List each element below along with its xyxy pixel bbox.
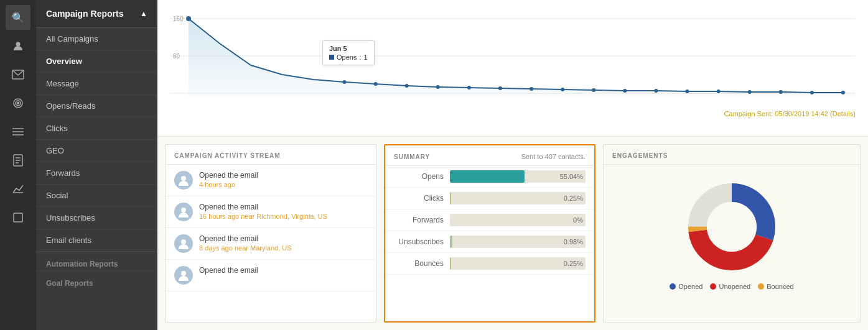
svg-point-38 xyxy=(181,176,186,181)
legend-bounced: Bounced xyxy=(758,283,793,290)
doc-icon-btn[interactable] xyxy=(6,148,30,173)
sidebar-item-forwards[interactable]: Forwards xyxy=(36,162,157,185)
svg-point-32 xyxy=(686,89,689,93)
contacts-icon-btn[interactable] xyxy=(6,34,30,58)
legend-label-opened: Opened xyxy=(678,283,702,290)
svg-point-0 xyxy=(16,42,21,47)
sidebar-section-goal[interactable]: Goal Reports xyxy=(36,271,157,290)
line-chart: 160 80 xyxy=(170,6,856,109)
list-icon-btn[interactable] xyxy=(6,119,30,144)
sidebar-item-unsubscribes[interactable]: Unsubscribes xyxy=(36,207,157,229)
legend-unopened: Unopened xyxy=(710,283,750,290)
sidebar-header[interactable]: Campaign Reports ▲ xyxy=(36,0,157,28)
svg-point-36 xyxy=(810,91,814,94)
svg-point-26 xyxy=(498,86,502,90)
sidebar-title: Campaign Reports xyxy=(46,9,123,19)
bar-fill-clicks xyxy=(450,192,451,204)
summary-sent: Sent to 407 contacts. xyxy=(521,153,586,160)
main-content: 160 80 xyxy=(157,0,868,330)
activity-text-0: Opened the email 4 hours ago xyxy=(199,171,367,188)
activity-text-1: Opened the email 16 hours ago near Richm… xyxy=(199,203,367,220)
bar-pct-bounces: 0.25% xyxy=(564,260,583,267)
activity-item-3: Opened the email xyxy=(166,260,376,291)
legend-dot-bounced xyxy=(758,283,764,290)
summary-row-opens: Opens 55.04% xyxy=(385,166,594,188)
svg-point-25 xyxy=(467,86,471,89)
search-icon-btn[interactable]: 🔍 xyxy=(6,5,30,30)
sidebar-section-automation[interactable]: Automation Reports xyxy=(36,252,157,271)
svg-point-27 xyxy=(530,87,533,91)
bar-opens: 55.04% xyxy=(450,170,586,183)
svg-point-34 xyxy=(748,90,752,94)
activity-panel-title: CAMPAIGN ACTIVITY STREAM xyxy=(166,145,376,165)
chart-icon-btn[interactable] xyxy=(6,176,30,201)
svg-point-37 xyxy=(841,91,845,94)
svg-point-35 xyxy=(779,90,783,94)
sidebar-item-geo[interactable]: GEO xyxy=(36,140,157,162)
activity-time-1: 16 hours ago near Richmond, Virginia, US xyxy=(199,213,367,220)
engagements-panel: ENGAGEMENTS Opened xyxy=(603,144,861,323)
bar-pct-forwards: 0% xyxy=(573,216,583,224)
svg-point-20 xyxy=(186,16,191,21)
summary-label-clicks: Clicks xyxy=(394,194,444,203)
activity-item-2: Opened the email 8 days ago near Marylan… xyxy=(166,228,376,260)
sidebar-item-message[interactable]: Message xyxy=(36,73,157,95)
sidebar-item-social[interactable]: Social xyxy=(36,185,157,207)
sent-label: Campaign Sent: 05/30/2019 14:42 xyxy=(724,110,828,117)
email-icon-btn[interactable] xyxy=(6,62,30,87)
sidebar: Campaign Reports ▲ All Campaigns Overvie… xyxy=(36,0,157,330)
square-icon-btn[interactable] xyxy=(6,205,30,230)
summary-title: SUMMARY xyxy=(394,154,430,160)
donut-legend: Opened Unopened Bounced xyxy=(670,283,793,290)
sidebar-item-clicks[interactable]: Clicks xyxy=(36,117,157,140)
engagements-title: ENGAGEMENTS xyxy=(604,145,860,165)
svg-marker-19 xyxy=(189,19,856,96)
summary-panel: SUMMARY Sent to 407 contacts. Opens 55.0… xyxy=(384,144,595,323)
summary-label-bounces: Bounces xyxy=(394,259,444,268)
bar-unsubscribes: 0.98% xyxy=(450,236,586,248)
svg-point-40 xyxy=(181,239,186,244)
summary-label-opens: Opens xyxy=(394,172,444,181)
activity-item-1: Opened the email 16 hours ago near Richm… xyxy=(166,196,376,228)
svg-point-28 xyxy=(561,88,564,91)
summary-label-forwards: Forwards xyxy=(394,216,444,224)
donut-chart xyxy=(682,177,782,277)
summary-label-unsubscribes: Unsubscribes xyxy=(394,237,444,246)
summary-row-forwards: Forwards 0% xyxy=(385,209,594,231)
activity-item-0: Opened the email 4 hours ago xyxy=(166,165,376,196)
summary-row-unsubscribes: Unsubscribes 0.98% xyxy=(385,231,594,253)
sidebar-item-opens-reads[interactable]: Opens/Reads xyxy=(36,95,157,117)
details-link[interactable]: (Details) xyxy=(830,110,856,117)
svg-point-30 xyxy=(623,89,627,93)
sidebar-item-all-campaigns[interactable]: All Campaigns xyxy=(36,28,157,50)
bar-fill-unsubscribes xyxy=(450,236,452,248)
bar-fill-opens xyxy=(450,170,525,183)
svg-point-31 xyxy=(654,89,658,93)
svg-point-23 xyxy=(405,84,409,88)
avatar-3 xyxy=(174,266,193,285)
svg-point-33 xyxy=(717,89,721,93)
svg-point-41 xyxy=(181,271,186,276)
panels-row: CAMPAIGN ACTIVITY STREAM Opened the emai… xyxy=(157,137,868,330)
activity-action-0: Opened the email xyxy=(199,171,367,180)
summary-row-bounces: Bounces 0.25% xyxy=(385,253,594,275)
sidebar-item-email-clients[interactable]: Email clients xyxy=(36,229,157,252)
sidebar-item-overview[interactable]: Overview xyxy=(36,50,157,73)
avatar-2 xyxy=(174,234,193,253)
legend-dot-opened xyxy=(670,283,676,290)
svg-point-29 xyxy=(592,88,595,92)
activity-time-0: 4 hours ago xyxy=(199,181,367,188)
chart-area: 160 80 xyxy=(157,0,868,137)
bar-pct-opens: 55.04% xyxy=(560,173,583,180)
activity-text-2: Opened the email 8 days ago near Marylan… xyxy=(199,234,367,252)
activity-action-1: Opened the email xyxy=(199,203,367,211)
bar-clicks: 0.25% xyxy=(450,192,586,204)
chevron-icon: ▲ xyxy=(140,9,147,18)
activity-action-3: Opened the email xyxy=(199,266,367,275)
svg-point-22 xyxy=(374,82,378,86)
activity-stream-panel: CAMPAIGN ACTIVITY STREAM Opened the emai… xyxy=(165,144,376,323)
target-icon-btn[interactable] xyxy=(6,91,30,116)
svg-rect-13 xyxy=(14,213,22,222)
bar-bounces: 0.25% xyxy=(450,257,586,270)
legend-label-unopened: Unopened xyxy=(719,283,750,290)
